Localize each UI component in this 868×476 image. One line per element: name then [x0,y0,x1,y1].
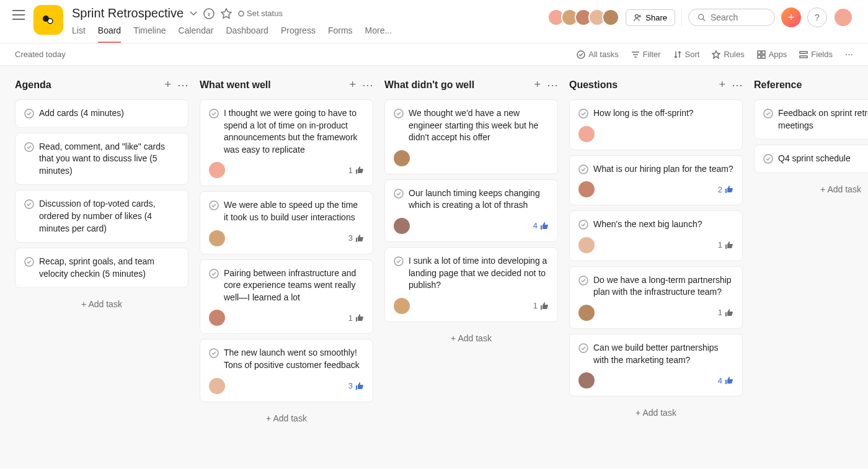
task-card[interactable]: Read, comment, and "like" cards that you… [15,133,188,186]
add-card-icon[interactable]: + [164,78,171,92]
add-task-button[interactable]: + Add task [754,178,868,200]
toolbar-fields[interactable]: Fields [799,50,833,59]
assignee-avatar[interactable] [578,305,595,321]
task-card[interactable]: Q4 sprint schedule [754,145,868,173]
task-card[interactable]: Pairing between infrastructure and core … [200,259,373,335]
column-title[interactable]: Agenda [15,79,51,91]
profile-avatar[interactable] [833,7,853,27]
assignee-avatar[interactable] [209,230,225,246]
like-count[interactable]: 1 [718,240,733,249]
like-count[interactable]: 4 [718,376,733,385]
tab-forms[interactable]: Forms [328,25,353,43]
add-task-button[interactable]: + Add task [15,293,188,315]
assignee-avatar[interactable] [394,298,410,314]
task-card[interactable]: We thought we'd have a new engineer star… [384,99,558,174]
column-title[interactable]: What didn't go well [384,79,474,91]
share-button[interactable]: Share [626,9,675,26]
menu-icon[interactable] [12,6,25,20]
column-menu-icon[interactable]: ⋯ [732,78,743,92]
task-card[interactable]: Recap, sprint goals, and team velocity c… [15,248,188,288]
column-title[interactable]: What went well [200,79,271,91]
task-card[interactable]: The new launch went so smoothly! Tons of… [200,339,373,402]
tab-calendar[interactable]: Calendar [179,25,214,43]
add-task-button[interactable]: + Add task [569,402,743,424]
assignee-avatar[interactable] [209,310,225,326]
like-count[interactable]: 1 [348,313,364,323]
assignee-avatar[interactable] [578,181,595,197]
search-input[interactable] [711,12,766,22]
card-text: Can we build better partnerships with th… [593,342,733,366]
card-text: Discussion of top-voted cards, ordered b… [39,198,179,235]
column-agenda: Agenda+⋯Add cards (4 minutes)Read, comme… [15,78,188,315]
add-task-button[interactable]: + Add task [200,407,373,429]
task-card[interactable]: Do we have a long-term partnership plan … [569,266,743,329]
column-menu-icon[interactable]: ⋯ [177,78,188,92]
add-task-button[interactable]: + Add task [384,327,558,349]
card-text: I thought we were going to have to spend… [224,107,364,156]
add-card-icon[interactable]: + [349,78,356,92]
toolbar-filter[interactable]: Filter [631,50,661,59]
toolbar-all-tasks[interactable]: All tasks [577,50,618,59]
tab-more[interactable]: More... [365,25,392,43]
set-status-button[interactable]: Set status [238,9,283,18]
column-title[interactable]: Questions [569,79,618,91]
svg-point-4 [636,15,639,18]
column-questions: Questions+⋯How long is the off-sprint?Wh… [569,78,743,424]
card-text: Q4 sprint schedule [778,153,851,165]
card-text: What is our hiring plan for the team? [593,163,733,176]
assignee-avatar[interactable] [209,162,225,178]
add-card-icon[interactable]: + [534,78,541,92]
toolbar-sort[interactable]: Sort [673,50,700,59]
column-menu-icon[interactable]: ⋯ [362,78,373,92]
svg-point-1 [48,19,53,24]
svg-rect-12 [800,56,807,58]
toolbar-rules[interactable]: Rules [712,50,744,59]
column-title[interactable]: Reference [754,79,802,91]
assignee-avatar[interactable] [394,218,410,234]
assignee-avatar[interactable] [394,150,410,166]
task-card[interactable]: I thought we were going to have to spend… [200,99,373,186]
tab-progress[interactable]: Progress [281,25,316,43]
assignee-avatar[interactable] [209,378,225,394]
tab-list[interactable]: List [72,25,86,43]
assignee-avatar[interactable] [578,126,595,142]
search-input-wrap[interactable] [688,9,775,26]
like-count[interactable]: 3 [348,233,364,243]
toolbar-more[interactable]: ⋯ [845,50,853,59]
tab-timeline[interactable]: Timeline [133,25,166,43]
task-card[interactable]: Our launch timing keeps changing which i… [384,179,558,242]
tab-dashboard[interactable]: Dashboard [226,25,268,43]
task-card[interactable]: Discussion of top-voted cards, ordered b… [15,190,188,243]
task-card[interactable]: We were able to speed up the time it too… [200,191,373,254]
global-add-button[interactable]: + [781,7,801,27]
task-card[interactable]: What is our hiring plan for the team?2 [569,155,743,206]
svg-point-3 [239,11,244,16]
info-icon[interactable] [203,8,215,19]
task-card[interactable]: When's the next big launch?1 [569,210,743,261]
task-card[interactable]: Can we build better partnerships with th… [569,334,743,397]
column-what-didn-t-go-well: What didn't go well+⋯We thought we'd hav… [384,78,558,349]
assignee-avatar[interactable] [578,372,595,388]
add-card-icon[interactable]: + [719,78,725,92]
like-count[interactable]: 1 [533,301,549,310]
like-count[interactable]: 3 [348,381,364,390]
task-card[interactable]: How long is the off-sprint? [569,99,743,150]
set-status-label: Set status [247,9,283,18]
project-title[interactable]: Sprint Retrospective [72,6,184,20]
chevron-down-icon[interactable] [190,11,197,16]
like-count[interactable]: 1 [348,166,364,175]
toolbar-apps[interactable]: Apps [757,50,787,59]
task-card[interactable]: Add cards (4 minutes) [15,99,188,128]
like-count[interactable]: 4 [533,221,549,230]
card-text: How long is the off-sprint? [593,107,694,120]
member-avatar[interactable] [602,9,619,26]
column-menu-icon[interactable]: ⋯ [547,78,558,92]
assignee-avatar[interactable] [578,237,595,253]
tab-board[interactable]: Board [98,25,121,43]
task-card[interactable]: Feedback on sprint retrosp meetings [754,99,868,140]
like-count[interactable]: 1 [718,308,733,317]
star-icon[interactable] [221,8,232,19]
like-count[interactable]: 2 [718,185,733,194]
help-button[interactable]: ? [807,7,827,27]
task-card[interactable]: I sunk a lot of time into developing a l… [384,247,558,322]
